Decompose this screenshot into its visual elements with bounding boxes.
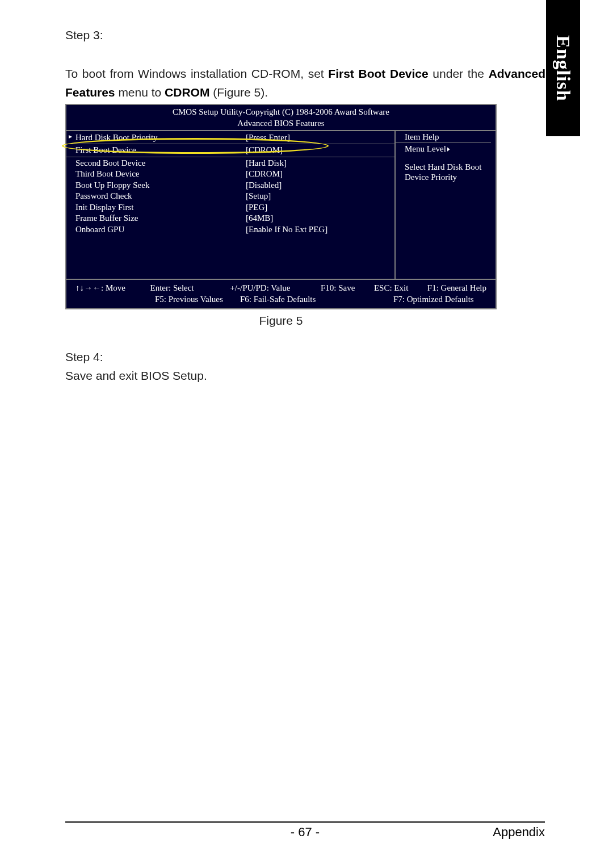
fk-value: +/-/PU/PD: Value bbox=[230, 282, 321, 293]
text: Menu Level bbox=[405, 144, 446, 153]
bios-row: Init Display First [PEG] bbox=[75, 202, 394, 213]
figure5-caption: Figure 5 bbox=[65, 314, 497, 328]
page-number: - 67 - bbox=[291, 825, 320, 840]
bios-value: [Press Enter] bbox=[246, 132, 394, 144]
bios-row: Password Check [Setup] bbox=[75, 191, 394, 202]
fk-help: F1: General Help bbox=[427, 282, 486, 293]
fk-exit: ESC: Exit bbox=[374, 282, 427, 293]
bios-row: First Boot Device [CDROM] bbox=[75, 145, 394, 156]
bios-value: [Hard Disk] bbox=[246, 158, 394, 169]
bios-value: [PEG] bbox=[246, 202, 394, 213]
bios-label: First Boot Device bbox=[75, 145, 246, 156]
step4-label: Step 4: bbox=[65, 348, 579, 367]
bios-label: Hard Disk Boot Priority bbox=[75, 132, 246, 144]
fk-select: Enter: Select bbox=[150, 282, 230, 293]
bios-label: Init Display First bbox=[75, 202, 246, 213]
bios-label: Password Check bbox=[75, 191, 246, 202]
bios-footer-row1: ↑↓→←: Move Enter: Select +/-/PU/PD: Valu… bbox=[75, 282, 486, 293]
step4-block: Step 4: Save and exit BIOS Setup. bbox=[65, 348, 579, 385]
text: menu to bbox=[115, 86, 165, 99]
bios-label: Second Boot Device bbox=[75, 158, 246, 169]
bios-row: Onboard GPU [Enable If No Ext PEG] bbox=[75, 224, 394, 236]
bios-label: Boot Up Floppy Seek bbox=[75, 180, 246, 191]
bios-footer: ↑↓→←: Move Enter: Select +/-/PU/PD: Valu… bbox=[66, 279, 496, 309]
bios-title1: CMOS Setup Utility-Copyright (C) 1984-20… bbox=[66, 106, 496, 118]
bios-value: [CDROM] bbox=[246, 169, 394, 180]
help-desc1: Select Hard Disk Boot bbox=[405, 162, 491, 172]
text: To boot from Windows installation CD-ROM… bbox=[65, 67, 328, 80]
fk-blank bbox=[75, 293, 155, 305]
bios-settings-panel: Hard Disk Boot Priority [Press Enter] Fi… bbox=[66, 131, 396, 279]
bios-help-panel: Item Help Menu Level▸ Select Hard Disk B… bbox=[396, 131, 496, 279]
bios-footer-row2: F5: Previous Values F6: Fail-Safe Defaul… bbox=[75, 293, 486, 305]
bios-title2: Advanced BIOS Features bbox=[66, 118, 496, 129]
bios-row: Second Boot Device [Hard Disk] bbox=[75, 158, 394, 169]
bios-body: Hard Disk Boot Priority [Press Enter] Fi… bbox=[66, 131, 496, 279]
bios-screenshot: CMOS Setup Utility-Copyright (C) 1984-20… bbox=[65, 104, 497, 309]
page: English Step 3: To boot from Windows ins… bbox=[0, 0, 613, 868]
bios-label: Frame Buffer Size bbox=[75, 213, 246, 224]
text: under the bbox=[429, 67, 489, 80]
bios-label: Third Boot Device bbox=[75, 169, 246, 180]
text-bold: CDROM bbox=[165, 86, 209, 99]
fk-move: ↑↓→←: Move bbox=[75, 282, 150, 293]
fk-prev: F5: Previous Values bbox=[155, 293, 240, 305]
step3-label: Step 3: bbox=[65, 28, 579, 42]
divider bbox=[396, 142, 491, 143]
text-bold: First Boot Device bbox=[328, 67, 428, 80]
help-title: Item Help bbox=[405, 132, 491, 142]
chevron-right-icon: ▸ bbox=[447, 144, 450, 154]
help-desc2: Device Priority bbox=[405, 173, 491, 182]
fk-fail: F6: Fail-Safe Defaults bbox=[240, 293, 337, 305]
bios-value: [Setup] bbox=[246, 191, 394, 202]
bios-row: Boot Up Floppy Seek [Disabled] bbox=[75, 180, 394, 191]
bios-row: Hard Disk Boot Priority [Press Enter] bbox=[75, 132, 394, 144]
divider bbox=[66, 157, 394, 157]
menu-level: Menu Level▸ bbox=[405, 144, 491, 154]
fk-save: F10: Save bbox=[321, 282, 374, 293]
fk-blank bbox=[337, 293, 393, 305]
bios-value: [CDROM] bbox=[246, 145, 394, 156]
bios-row: Third Boot Device [CDROM] bbox=[75, 169, 394, 180]
divider bbox=[66, 144, 394, 144]
bios-row: Frame Buffer Size [64MB] bbox=[75, 213, 394, 224]
text: (Figure 5). bbox=[209, 86, 268, 99]
step4-text: Save and exit BIOS Setup. bbox=[65, 367, 579, 385]
bios-value: [64MB] bbox=[246, 213, 394, 224]
footer-section: Appendix bbox=[493, 825, 545, 840]
spacer bbox=[405, 154, 491, 162]
bios-label: Onboard GPU bbox=[75, 224, 246, 236]
step3-text: To boot from Windows installation CD-ROM… bbox=[65, 65, 579, 102]
language-tab: English bbox=[546, 0, 580, 136]
bios-value: [Disabled] bbox=[246, 180, 394, 191]
bios-value: [Enable If No Ext PEG] bbox=[246, 224, 394, 236]
page-footer: - 67 - Appendix bbox=[65, 821, 545, 840]
bios-header: CMOS Setup Utility-Copyright (C) 1984-20… bbox=[66, 105, 496, 131]
fk-opt: F7: Optimized Defaults bbox=[393, 293, 474, 305]
